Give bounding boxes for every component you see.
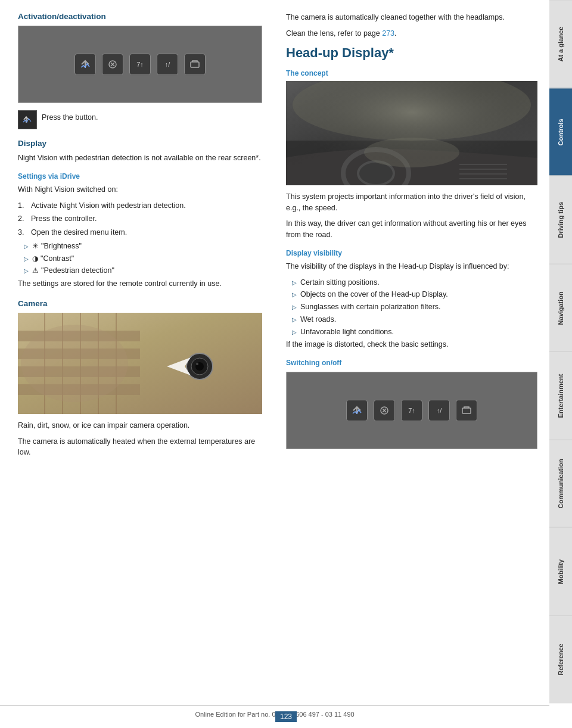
concept-section-title: The concept [286, 69, 537, 77]
sidebar-tab-controls[interactable]: Controls [549, 88, 572, 176]
sub-item-contrast: ▷ ◑ "Contrast" [24, 253, 262, 265]
activation-image: 7↑ ↑/ [18, 26, 262, 103]
camera-section-title: Camera [18, 299, 262, 308]
sub-item-brightness: ▷ ☀ "Brightness" [24, 241, 262, 252]
step-1: 1. Activate Night Vision with pedestrian… [18, 200, 262, 211]
display-visibility-title: Display visibility [286, 249, 537, 257]
sub-item-pedestrian: ▷ ⚠ "Pedestrian detection" [24, 265, 262, 276]
camera-body-2: The camera is automatically heated when … [18, 436, 262, 459]
sidebar: At a glance Controls Driving tips Naviga… [549, 0, 572, 703]
svg-rect-30 [462, 408, 471, 413]
press-button-label: Press the button. [42, 112, 98, 123]
camera-body-1: Rain, dirt, snow, or ice can impair came… [18, 420, 262, 431]
head-up-display-title: Head-up Display* [286, 45, 537, 61]
sidebar-tab-at-a-glance[interactable]: At a glance [549, 0, 572, 88]
svg-point-12 [21, 325, 128, 402]
sidebar-tab-entertainment[interactable]: Entertainment [549, 351, 572, 440]
switching-section-title: Switching on/off [286, 359, 537, 367]
step-3: 3. Open the desired menu item. [18, 227, 262, 238]
concept-image [286, 81, 537, 185]
sidebar-tab-navigation[interactable]: Navigation [549, 264, 572, 352]
press-button-row: Press the button. [18, 110, 262, 129]
vis-item-2: ▷ Objects on the cover of the Head-up Di… [292, 289, 537, 300]
display-vis-items-list: ▷ Certain sitting positions. ▷ Objects o… [286, 277, 537, 338]
camera-image [18, 313, 262, 414]
sidebar-tab-driving-tips[interactable]: Driving tips [549, 176, 572, 264]
activation-section-title: Activation/deactivation [18, 12, 262, 21]
display-body-text: Night Vision with pedestrian detection i… [18, 153, 262, 164]
vis-item-3: ▷ Sunglasses with certain polarization f… [292, 301, 537, 313]
concept-body-2: In this way, the driver can get informat… [286, 218, 537, 241]
sidebar-tab-communication[interactable]: Communication [549, 440, 572, 528]
vis-item-4: ▷ Wet roads. [292, 314, 537, 325]
vis-item-5: ▷ Unfavorable light conditions. [292, 326, 537, 338]
settings-section-title: Settings via iDrive [18, 172, 262, 181]
switching-image: 7↑ ↑/ [286, 372, 537, 449]
svg-point-16 [196, 363, 198, 365]
sub-items-list: ▷ ☀ "Brightness" ▷ ◑ "Contrast" ▷ ⚠ "Ped… [18, 241, 262, 276]
svg-rect-1 [191, 62, 199, 67]
vis-item-1: ▷ Certain sitting positions. [292, 277, 537, 288]
step-2: 2. Press the controller. [18, 213, 262, 225]
page-ref-273: 273 [382, 29, 394, 38]
page-number: 123 [275, 711, 297, 722]
page-number-container: 123 [275, 711, 297, 722]
camera-body-3: The camera is automatically cleaned toge… [286, 12, 537, 23]
display-vis-footer: If the image is distorted, check the bas… [286, 339, 537, 350]
display-visibility-body: The visibility of the displays in the He… [286, 261, 537, 272]
sidebar-tab-mobility[interactable]: Mobility [549, 527, 572, 615]
night-vision-button-icon [18, 110, 37, 129]
sidebar-tab-reference[interactable]: Reference [549, 615, 572, 704]
concept-body-1: This system projects important informati… [286, 191, 537, 214]
settings-body-text: With Night Vision switched on: [18, 184, 262, 195]
settings-footer-text: The settings are stored for the remote c… [18, 278, 262, 290]
display-section-title: Display [18, 139, 262, 148]
steps-list: 1. Activate Night Vision with pedestrian… [18, 200, 262, 238]
camera-body-4: Clean the lens, refer to page 273. [286, 28, 537, 39]
